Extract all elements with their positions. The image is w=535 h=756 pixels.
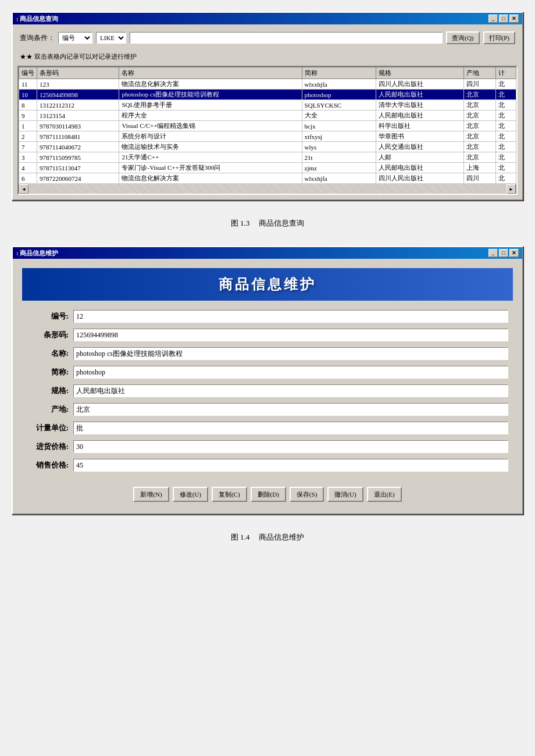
table-cell: zjmz — [302, 163, 376, 173]
search-input[interactable] — [130, 32, 443, 44]
table-row[interactable]: 19787030114983Visual C/C++编程精选集锦bcjx科学出版… — [19, 121, 516, 131]
sale-field[interactable] — [73, 459, 508, 472]
table-cell: 上海 — [464, 163, 495, 173]
close-button[interactable]: ✕ — [509, 15, 519, 23]
table-row[interactable]: 29787111108481系统分析与设计xtfxysj华章图书北京北 — [19, 131, 516, 142]
minimize-button[interactable]: _ — [488, 15, 498, 23]
table-cell: 北京 — [464, 152, 495, 163]
delete-button[interactable]: 删除(D) — [251, 487, 286, 502]
copy-button[interactable]: 复制(C) — [212, 487, 247, 502]
table-scroll[interactable]: 编号 条形码 名称 简称 规格 产地 计 11123物流信息化解决方案wlxxh… — [19, 67, 516, 183]
restore-button[interactable]: □ — [499, 15, 508, 23]
table-cell: wlxxhjfa — [302, 173, 376, 184]
form-row-id: 编号: — [27, 310, 508, 323]
table-cell: 系统分析与设计 — [119, 131, 302, 142]
table-cell: photoshop cs图像处理技能培训教程 — [119, 90, 302, 100]
scroll-left-arrow[interactable]: ◄ — [19, 184, 28, 194]
maint-minimize-button[interactable]: _ — [488, 249, 498, 257]
col-header-name: 名称 — [119, 67, 302, 79]
table-cell: 10 — [19, 90, 37, 100]
id-field[interactable] — [73, 310, 508, 323]
table-cell: 四川 — [464, 173, 495, 184]
spec-field[interactable] — [73, 384, 508, 397]
table-cell: 四川 — [464, 79, 495, 90]
table-row[interactable]: 3978711509978521天学通C++21t人邮北京北 — [19, 152, 516, 163]
table-cell: photoshop — [302, 90, 376, 100]
titlebar-controls[interactable]: _ □ ✕ — [488, 15, 519, 23]
new-button[interactable]: 新增(N) — [133, 487, 169, 502]
col-header-barcode: 条形码 — [37, 67, 119, 79]
maint-restore-button[interactable]: □ — [499, 249, 508, 257]
table-cell: 北京 — [464, 100, 495, 110]
query-bar: 查询条件： 编号 条形码 名称 简称 LIKE = > < 查询(Q) 打印(P… — [17, 29, 518, 47]
table-cell: 北 — [495, 131, 516, 142]
table-cell: 北京 — [464, 142, 495, 152]
operator-select[interactable]: LIKE = > < — [96, 32, 126, 44]
spec-label: 规格: — [27, 386, 73, 396]
table-cell: 人邮 — [376, 152, 464, 163]
table-row[interactable]: 813122112312SQL使用参考手册SQLSYCKSC清华大学出版社北京北 — [19, 100, 516, 110]
query-content: 查询条件： 编号 条形码 名称 简称 LIKE = > < 查询(Q) 打印(P… — [13, 24, 522, 199]
table-cell: 北 — [495, 79, 516, 90]
table-cell: Visual C/C++编程精选集锦 — [119, 121, 302, 131]
query-title-area: : 商品信息查询 — [16, 15, 58, 23]
edit-button[interactable]: 修改(U) — [173, 487, 208, 502]
table-cell: 北京 — [464, 121, 495, 131]
table-cell: 9787115113047 — [37, 163, 119, 173]
table-cell: 北 — [495, 110, 516, 121]
name-label: 名称: — [27, 348, 73, 359]
table-cell: 21t — [302, 152, 376, 163]
table-cell: 21天学通C++ — [119, 152, 302, 163]
maint-controls[interactable]: _ □ ✕ — [488, 249, 519, 257]
table-row[interactable]: 49787115113047专家门诊-Visual C++开发答疑300问zjm… — [19, 163, 516, 173]
print-button[interactable]: 打印(P) — [483, 31, 515, 44]
table-row[interactable]: 10125694499898photoshop cs图像处理技能培训教程phot… — [19, 90, 516, 100]
unit-field[interactable] — [73, 422, 508, 434]
table-row[interactable]: 913123154程序大全大全人民邮电出版社北京北 — [19, 110, 516, 121]
scroll-track[interactable] — [28, 184, 507, 194]
fig1-number: 图 1.3 — [231, 219, 250, 227]
form-row-origin: 产地: — [27, 403, 508, 416]
origin-field[interactable] — [73, 403, 508, 416]
maint-banner: 商品信息维护 — [22, 268, 513, 301]
query-button[interactable]: 查询(Q) — [446, 31, 479, 44]
form-row-spec: 规格: — [27, 384, 508, 397]
cancel-button[interactable]: 撤消(U) — [327, 487, 363, 502]
table-cell: 人民邮电出版社 — [376, 163, 464, 173]
table-cell: 物流运输技术与实务 — [119, 142, 302, 152]
table-row[interactable]: 69787220060724物流信息化解决方案wlxxhjfa四川人民出版社四川… — [19, 173, 516, 184]
fig2-title: 商品信息维护 — [259, 533, 304, 541]
page-container: : 商品信息查询 _ □ ✕ 查询条件： 编号 条形码 名称 简称 LIKE — [12, 12, 523, 543]
table-cell: 清华大学出版社 — [376, 100, 464, 110]
exit-button[interactable]: 退出(E) — [367, 487, 402, 502]
table-cell: 四川人民出版社 — [376, 79, 464, 90]
sale-label: 销售价格: — [27, 460, 73, 470]
save-button[interactable]: 保存(S) — [290, 487, 324, 502]
purchase-field[interactable] — [73, 440, 508, 453]
table-row[interactable]: 11123物流信息化解决方案wlxxhjfa四川人民出版社四川北 — [19, 79, 516, 90]
table-cell: 13123154 — [37, 110, 119, 121]
maint-close-button[interactable]: ✕ — [509, 249, 519, 257]
table-cell: 人民邮电出版社 — [376, 90, 464, 100]
fig2-number: 图 1.4 — [231, 533, 250, 541]
fig1-title: 商品信息查询 — [259, 219, 304, 227]
field-select[interactable]: 编号 条形码 名称 简称 — [58, 32, 92, 44]
abbr-field[interactable] — [73, 366, 508, 379]
table-cell: 人民邮电出版社 — [376, 110, 464, 121]
table-cell: 科学出版社 — [376, 121, 464, 131]
barcode-field[interactable] — [73, 329, 508, 341]
scroll-right-arrow[interactable]: ► — [507, 184, 516, 194]
table-cell: 125694499898 — [37, 90, 119, 100]
table-header-row: 编号 条形码 名称 简称 规格 产地 计 — [19, 67, 516, 79]
name-field[interactable] — [73, 347, 508, 360]
table-cell: 华章图书 — [376, 131, 464, 142]
fig2-caption: 图 1.4 商品信息维护 — [12, 532, 523, 543]
form-row-unit: 计量单位: — [27, 422, 508, 434]
table-cell: 4 — [19, 163, 37, 173]
table-body: 11123物流信息化解决方案wlxxhjfa四川人民出版社四川北10125694… — [19, 79, 516, 184]
col-header-abbr: 简称 — [302, 67, 376, 79]
query-titlebar: : 商品信息查询 _ □ ✕ — [13, 13, 522, 24]
horizontal-scrollbar[interactable]: ◄ ► — [19, 184, 516, 194]
table-cell: bcjx — [302, 121, 376, 131]
table-row[interactable]: 79787114040672物流运输技术与实务wlys人民交通出版社北京北 — [19, 142, 516, 152]
